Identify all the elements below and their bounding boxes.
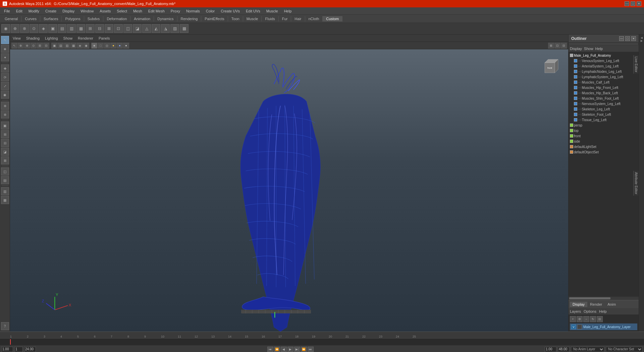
ol-item-persp[interactable]: persp [569, 122, 639, 128]
maximize-button[interactable]: □ [631, 1, 635, 6]
cb-tab-render[interactable]: Render [587, 302, 605, 307]
object-details[interactable]: ▦ [1, 196, 9, 204]
shelf-icon-14[interactable]: ◪ [133, 24, 142, 33]
shelf-icon-4[interactable]: ◈ [39, 24, 48, 33]
shelf-tab-curves[interactable]: Curves [21, 16, 40, 21]
prev-key-btn[interactable]: ⏪ [274, 347, 280, 352]
shelf-tab-general[interactable]: General [1, 16, 21, 21]
layer-menu-btn[interactable]: ⊟ [597, 316, 603, 322]
timeline-track[interactable] [0, 339, 644, 345]
outliner-minimize[interactable]: — [619, 36, 624, 41]
shelf-icon-10[interactable]: ⊟ [95, 24, 104, 33]
panels-menu[interactable]: Panels [97, 36, 111, 40]
select-tool[interactable]: ↖ [1, 36, 9, 44]
menu-item-proxy[interactable]: Proxy [168, 8, 183, 14]
shelf-tab-custom[interactable]: Custom [323, 16, 342, 21]
menu-item-color[interactable]: Color [203, 8, 217, 14]
ol-show-menu[interactable]: Show [584, 47, 593, 51]
ol-item-skeleton-leg-left[interactable]: ─○ Skeleton_Leg_Left [569, 106, 639, 112]
vp-icon-8[interactable]: ▤ [58, 43, 64, 49]
menu-item-normals[interactable]: Normals [183, 8, 203, 14]
ol-item-front[interactable]: front [569, 133, 639, 139]
shelf-tab-muscle[interactable]: Muscle [243, 16, 262, 21]
viewport-canvas[interactable]: X Y Z [10, 49, 568, 332]
shelf-icon-16[interactable]: ◭ [152, 24, 160, 33]
layer-refresh-btn[interactable]: ↻ [590, 316, 596, 322]
view-cube[interactable]: front [538, 56, 561, 80]
shelf-tab-subdvs[interactable]: Subdvs [84, 16, 104, 21]
ol-help-menu[interactable]: Help [595, 47, 603, 51]
menu-item-create-uvs[interactable]: Create UVs [218, 8, 243, 14]
vp-icon-light3[interactable]: ● [123, 43, 129, 49]
ol-item-venoussystem-leg-left[interactable]: ─○ VenousSystem_Leg_Left [569, 58, 639, 63]
shelf-tab-surfaces[interactable]: Surfaces [40, 16, 62, 21]
layer-render-toggle[interactable] [577, 324, 582, 329]
ol-item-defaultobjectset[interactable]: defaultObjectSet [569, 149, 639, 155]
shelf-icon-15[interactable]: ◬ [142, 24, 151, 33]
shelf-tab-toon[interactable]: Toon [228, 16, 243, 21]
vp-icon-shading[interactable]: ■ [91, 43, 97, 49]
lasso-tool[interactable]: ◈ [1, 45, 9, 53]
vp-icon-light2[interactable]: ● [117, 43, 123, 49]
cb-help-menu[interactable]: Help [599, 309, 607, 313]
cb-layers-menu[interactable]: Layers [570, 309, 581, 313]
shelf-icon-1[interactable]: ⊕ [11, 24, 19, 33]
menu-item-mesh[interactable]: Mesh [130, 8, 145, 14]
snap-to-grid[interactable]: ⊞ [1, 130, 9, 138]
live-editor-label[interactable]: Live Editor [633, 55, 639, 73]
shelf-tab-fur[interactable]: Fur [279, 16, 291, 21]
vp-icon-3[interactable]: ⊗ [24, 43, 30, 49]
vp-icon-light1[interactable]: ● [110, 43, 116, 49]
range-end-field[interactable] [24, 347, 36, 352]
shelf-icon-13[interactable]: ◫ [123, 24, 132, 33]
layer-delete-btn[interactable]: − [583, 316, 589, 322]
vp-icon-10[interactable]: ▦ [70, 43, 76, 49]
shelf-icon-19[interactable]: ▩ [180, 24, 189, 33]
move-tool[interactable]: ✚ [1, 64, 9, 72]
next-key-btn[interactable]: ⏩ [301, 347, 307, 352]
ol-item-lymphaticnodes-leg-left[interactable]: ─○ LymphaticNodes_Leg_Left [569, 69, 639, 74]
attribute-editor-label[interactable]: Attribute Editor [633, 170, 639, 195]
vp-icon-5[interactable]: ⊞ [37, 43, 43, 49]
vp-icon-12[interactable]: ◉ [83, 43, 89, 49]
ol-item-side[interactable]: side [569, 139, 639, 144]
cb-tab-display[interactable]: Display [570, 302, 587, 307]
show-ui[interactable]: ▥ [1, 187, 9, 195]
vp-icon-wireframe[interactable]: □ [98, 43, 104, 49]
ol-item-skeleton-foot-left[interactable]: ─○ Skeleton_Foot_Left [569, 112, 639, 117]
shelf-tab-fluids[interactable]: Fluids [262, 16, 278, 21]
vp-icon-smooth[interactable]: ◎ [104, 43, 110, 49]
vp-icon-11[interactable]: ◈ [77, 43, 83, 49]
char-set-select[interactable]: No Character Set [606, 347, 643, 352]
shelf-icon-8[interactable]: ▦ [76, 24, 85, 33]
vp-icon-4[interactable]: ⊙ [31, 43, 37, 49]
show-manip[interactable]: ▣ [1, 121, 9, 130]
render-view[interactable]: ◫ [1, 167, 9, 175]
menu-item-muscle[interactable]: Muscle [264, 8, 281, 14]
menu-item-edit-mesh[interactable]: Edit Mesh [146, 8, 167, 14]
shelf-tab-hair[interactable]: Hair [291, 16, 305, 21]
shelf-icon-3[interactable]: ⊙ [30, 24, 38, 33]
ol-item-defaultlightset[interactable]: defaultLightSet [569, 144, 639, 149]
ol-scrollbar-thumb[interactable] [569, 297, 610, 299]
menu-item-create[interactable]: Create [43, 8, 59, 14]
minimize-button[interactable]: — [625, 1, 629, 6]
full-range-start-field[interactable] [545, 347, 556, 352]
snap-to-point[interactable]: ◪ [1, 148, 9, 156]
shelf-icon-0[interactable]: ◉ [1, 24, 10, 33]
new-layer-btn[interactable]: + [570, 316, 576, 322]
renderer-menu[interactable]: Renderer [76, 36, 95, 40]
shelf-icon-7[interactable]: ▥ [67, 24, 76, 33]
ipr-render[interactable]: ▤ [1, 176, 9, 184]
layer-options-btn[interactable]: ⚙ [577, 316, 583, 322]
paint-select-tool[interactable]: ✦ [1, 53, 9, 61]
timeline-ruler[interactable]: 1234567891011121314151617181920212223242… [0, 332, 644, 339]
current-frame-field[interactable] [14, 347, 23, 352]
shelf-icon-12[interactable]: ⊡ [114, 24, 123, 33]
vp-icon-select[interactable]: ↖ [11, 43, 17, 49]
layer-visibility-toggle[interactable]: V [571, 324, 576, 329]
shelf-tab-deformation[interactable]: Deformation [103, 16, 130, 21]
shelf-icon-18[interactable]: ▨ [170, 24, 179, 33]
rotate-tool[interactable]: ⟳ [1, 73, 9, 81]
menu-item-help[interactable]: Help [281, 8, 294, 14]
